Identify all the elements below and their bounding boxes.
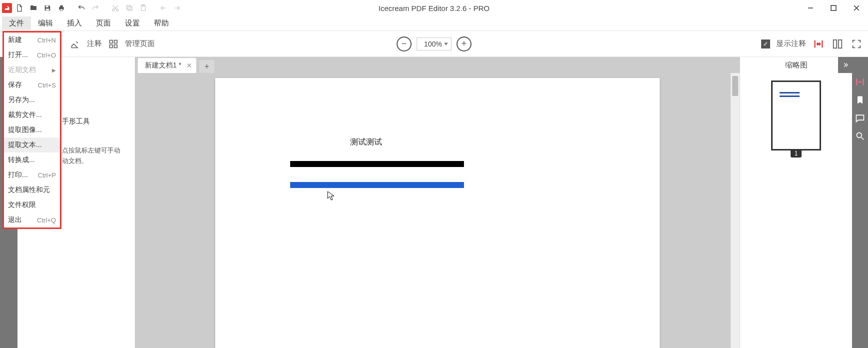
page-thumbnail[interactable]	[771, 80, 821, 150]
window-title: Icecream PDF Editor 3.2.6 - PRO	[379, 4, 490, 12]
fm-new[interactable]: 新建Ctrl+N	[4, 32, 60, 48]
new-file-icon[interactable]	[13, 2, 26, 14]
undo-icon[interactable]	[75, 2, 88, 14]
tab-add-button[interactable]: +	[199, 60, 214, 73]
window-controls	[799, 0, 868, 16]
svg-rect-3	[60, 6, 62, 7]
fm-saveas[interactable]: 另存为...	[4, 92, 60, 108]
svg-rect-1	[46, 8, 49, 10]
zoom-out-button[interactable]: −	[397, 36, 412, 52]
svg-rect-0	[46, 6, 48, 7]
hint-line2: 动文档。	[62, 156, 132, 166]
annotate-icon[interactable]	[70, 38, 81, 50]
grid-view-icon[interactable]	[831, 38, 844, 50]
app-icon	[2, 3, 12, 13]
menu-file[interactable]: 文件	[2, 16, 31, 30]
bookmark-tab-icon[interactable]	[853, 93, 867, 107]
svg-rect-19	[834, 40, 837, 48]
zoom-dropdown[interactable]: 100%	[417, 38, 451, 50]
menu-edit[interactable]: 编辑	[31, 16, 60, 30]
redo-icon[interactable]	[89, 2, 102, 14]
zoom-in-button[interactable]: +	[456, 36, 471, 52]
svg-rect-4	[60, 9, 62, 10]
blue-bar-annotation[interactable]	[290, 182, 464, 188]
svg-rect-12	[831, 6, 836, 10]
fm-exit[interactable]: 退出Ctrl+Q	[4, 212, 60, 228]
tab-label: 新建文档1 *	[145, 61, 181, 70]
thumbnail-header: 缩略图	[740, 57, 852, 73]
print-icon[interactable]	[55, 2, 68, 14]
prev-icon[interactable]	[157, 2, 170, 14]
collapse-panel-button[interactable]	[838, 57, 852, 73]
file-menu-dropdown: 新建Ctrl+N 打开...Ctrl+O 近期文档▶ 保存Ctrl+S 另存为.…	[2, 31, 61, 229]
fm-print[interactable]: 打印...Ctrl+P	[4, 168, 60, 182]
fm-recent[interactable]: 近期文档▶	[4, 62, 60, 78]
hint-title: 手形工具	[62, 116, 132, 126]
document-tab[interactable]: 新建文档1 * ✕	[138, 58, 196, 73]
svg-rect-15	[110, 40, 113, 43]
fm-crop[interactable]: 裁剪文件...	[4, 108, 60, 122]
manage-pages-label[interactable]: 管理页面	[125, 39, 155, 48]
page-text: 测试测试	[350, 137, 382, 148]
maximize-button[interactable]	[822, 0, 845, 16]
fm-save[interactable]: 保存Ctrl+S	[4, 78, 60, 92]
menu-page[interactable]: 页面	[89, 16, 118, 30]
fit-width-icon[interactable]	[812, 38, 825, 50]
close-button[interactable]	[845, 0, 868, 16]
fm-open[interactable]: 打开...Ctrl+O	[4, 48, 60, 62]
comment-tab-icon[interactable]	[853, 111, 867, 125]
annotate-label[interactable]: 注释	[87, 39, 102, 48]
menubar: 文件 编辑 插入 页面 设置 帮助	[0, 16, 868, 31]
quick-access-toolbar	[0, 2, 184, 14]
svg-rect-20	[839, 40, 842, 48]
document-tabbar: 新建文档1 * ✕ +	[135, 57, 740, 73]
show-annotations-checkbox[interactable]: ✓	[761, 40, 770, 48]
scrollbar-thumb[interactable]	[732, 76, 738, 96]
thumbnail-panel: 缩略图 1	[740, 57, 852, 348]
copy-icon[interactable]	[123, 2, 136, 14]
fm-extract-text[interactable]: 提取文本...	[4, 138, 60, 152]
fm-convert[interactable]: 转换成...	[4, 152, 60, 168]
secondary-toolbar: 注释 管理页面 − 100% + ✓ 显示注释	[0, 31, 868, 57]
save-icon[interactable]	[41, 2, 54, 14]
svg-rect-17	[110, 44, 113, 48]
menu-settings[interactable]: 设置	[118, 16, 147, 30]
right-toolbar	[852, 57, 868, 348]
minimize-button[interactable]	[799, 0, 822, 16]
open-icon[interactable]	[27, 2, 40, 14]
thumbnail-page-number: 1	[791, 150, 802, 158]
document-viewport[interactable]: 测试测试	[135, 73, 740, 348]
fm-extract-image[interactable]: 提取图像...	[4, 122, 60, 138]
search-tab-icon[interactable]	[853, 129, 867, 143]
fm-properties[interactable]: 文档属性和元	[4, 182, 60, 198]
mouse-cursor-icon	[327, 191, 335, 201]
menu-insert[interactable]: 插入	[60, 16, 89, 30]
fullscreen-icon[interactable]	[850, 38, 863, 50]
hint-line1: 点按鼠标左键可手动	[62, 146, 132, 156]
tab-close-icon[interactable]: ✕	[186, 62, 192, 70]
show-annotations-label: 显示注释	[776, 39, 806, 48]
next-icon[interactable]	[171, 2, 184, 14]
svg-rect-18	[114, 44, 117, 48]
svg-point-21	[857, 132, 862, 138]
thumbnail-title: 缩略图	[785, 60, 808, 70]
black-bar-annotation[interactable]	[290, 161, 464, 167]
cut-icon[interactable]	[109, 2, 122, 14]
thumbnail-tab-icon[interactable]	[853, 75, 867, 89]
tool-hint: 手形工具 点按鼠标左键可手动 动文档。	[62, 116, 132, 166]
menu-help[interactable]: 帮助	[147, 16, 176, 30]
main-area: 新建文档1 * ✕ + 测试测试	[135, 57, 740, 348]
svg-rect-16	[114, 40, 117, 43]
pdf-page[interactable]: 测试测试	[215, 78, 660, 348]
paste-icon[interactable]	[137, 2, 150, 14]
fm-permissions[interactable]: 文件权限	[4, 198, 60, 212]
svg-rect-7	[128, 6, 132, 10]
svg-rect-8	[127, 6, 131, 10]
manage-pages-icon[interactable]	[108, 38, 119, 50]
titlebar: Icecream PDF Editor 3.2.6 - PRO	[0, 0, 868, 16]
vertical-scrollbar[interactable]	[731, 73, 740, 348]
zoom-controls: − 100% +	[397, 36, 471, 52]
